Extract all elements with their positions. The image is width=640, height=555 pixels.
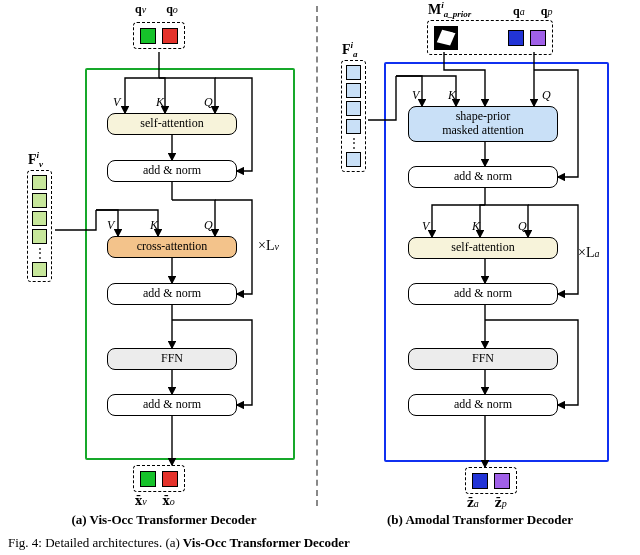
left-top-K: K	[156, 95, 164, 110]
qa-label: qa	[513, 4, 525, 18]
right-top-K: K	[448, 88, 456, 103]
left-addnorm-1: add & norm	[107, 160, 237, 182]
qa-token	[508, 30, 524, 46]
right-panel: Mia_prior qa qp Fia ⋮ shape-pri	[320, 0, 640, 510]
qo-label: qo	[166, 2, 178, 17]
right-shape-prior-attn: shape-prior masked attention	[408, 106, 558, 142]
right-query-labels: qa qp	[513, 4, 552, 19]
right-caption: (b) Amodal Transformer Decoder	[350, 512, 610, 528]
feat-token	[32, 193, 47, 208]
left-query-labels: qv qo	[135, 2, 178, 17]
left-addnorm-3: add & norm	[107, 394, 237, 416]
right-mid-Q: Q	[518, 219, 527, 234]
za-label: z̄a	[467, 496, 479, 510]
figure-caption: Fig. 4: Detailed architectures. (a) Vis-…	[8, 535, 350, 551]
right-feat-stack: ⋮	[341, 60, 366, 172]
qv-label: qv	[135, 2, 146, 17]
xv-token	[140, 471, 156, 487]
feat-vdots: ⋮	[34, 247, 46, 259]
right-top-Q: Q	[542, 88, 551, 103]
xo-label: x̄o	[163, 494, 175, 508]
right-top-V: V	[412, 88, 419, 103]
feat-token	[32, 262, 47, 277]
feat-token	[32, 175, 47, 190]
left-top-V: V	[113, 95, 120, 110]
qp-token	[530, 30, 546, 46]
left-cross-attention: cross-attention	[107, 236, 237, 258]
left-output-tokens	[133, 465, 185, 492]
left-mid-V: V	[107, 218, 114, 233]
left-top-Q: Q	[204, 95, 213, 110]
panel-divider	[316, 6, 318, 506]
mask-token	[434, 26, 458, 50]
left-mid-K: K	[150, 218, 158, 233]
figure-area: qv qo Fiv ⋮ self-attention add & norm cr…	[0, 0, 640, 510]
right-output-tokens	[465, 467, 517, 494]
right-addnorm-2: add & norm	[408, 283, 558, 305]
qv-token	[140, 28, 156, 44]
left-addnorm-2: add & norm	[107, 283, 237, 305]
left-panel: qv qo Fiv ⋮ self-attention add & norm cr…	[0, 0, 316, 510]
qo-token	[162, 28, 178, 44]
left-ffn: FFN	[107, 348, 237, 370]
right-self-attention: self-attention	[408, 237, 558, 259]
right-output-labels: z̄a z̄p	[467, 496, 507, 511]
feat-token	[346, 65, 361, 80]
feat-token	[32, 229, 47, 244]
right-mid-V: V	[422, 219, 429, 234]
qp-label: qp	[541, 4, 553, 18]
left-output-labels: x̄v x̄o	[135, 494, 175, 509]
right-addnorm-3: add & norm	[408, 394, 558, 416]
feat-token	[346, 152, 361, 167]
xv-label: x̄v	[135, 494, 147, 508]
mask-label: Mia_prior	[428, 0, 471, 19]
right-addnorm-1: add & norm	[408, 166, 558, 188]
za-token	[472, 473, 488, 489]
zp-token	[494, 473, 510, 489]
xo-token	[162, 471, 178, 487]
left-feat-stack: ⋮	[27, 170, 52, 282]
left-feat-label: Fiv	[28, 150, 43, 169]
right-inputs	[427, 20, 553, 55]
left-loop-label: ×Lv	[258, 238, 279, 254]
left-caption: (a) Vis-Occ Transformer Decoder	[44, 512, 284, 528]
feat-token	[346, 83, 361, 98]
right-feat-label: Fia	[342, 40, 358, 59]
right-mid-K: K	[472, 219, 480, 234]
left-query-tokens	[133, 22, 185, 49]
feat-token	[32, 211, 47, 226]
left-self-attention: self-attention	[107, 113, 237, 135]
feat-token	[346, 119, 361, 134]
feat-vdots: ⋮	[348, 137, 360, 149]
right-loop-label: ×La	[578, 245, 599, 261]
feat-token	[346, 101, 361, 116]
left-mid-Q: Q	[204, 218, 213, 233]
right-ffn: FFN	[408, 348, 558, 370]
zp-label: z̄p	[495, 496, 507, 510]
